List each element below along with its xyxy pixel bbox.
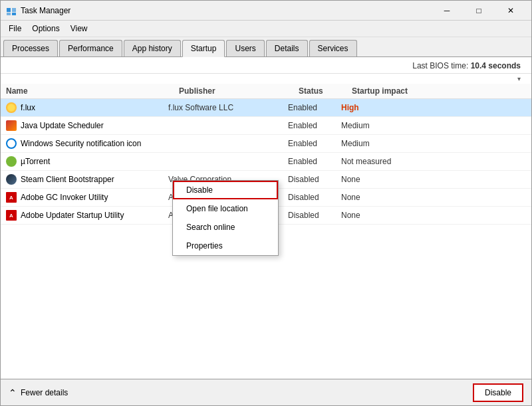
tab-performance[interactable]: Performance <box>59 40 122 56</box>
row-status-winsec: Enabled <box>288 139 341 148</box>
row-name-adobe-upd: A Adobe Updater Startup Utility <box>6 210 168 221</box>
steam-icon <box>6 174 17 185</box>
adobe-updater-icon: A <box>6 210 17 221</box>
row-name-utorrent: µTorrent <box>6 156 168 167</box>
svg-rect-3 <box>12 13 16 15</box>
tab-services[interactable]: Services <box>309 40 357 56</box>
status-disable-button[interactable]: Disable <box>473 383 523 402</box>
content-area: Last BIOS time: 10.4 seconds ▾ Name Publ… <box>1 57 531 379</box>
tab-startup[interactable]: Startup <box>182 40 225 57</box>
row-status-java: Enabled <box>288 121 341 130</box>
table-row[interactable]: Java Update Scheduler Enabled Medium <box>1 117 531 135</box>
table-row[interactable]: Windows Security notification icon Enabl… <box>1 135 531 153</box>
row-name-flux: f.lux <box>6 102 168 113</box>
task-manager-window: Task Manager ─ □ ✕ File Options View Pro… <box>0 0 532 406</box>
title-bar-text: Task Manager <box>21 6 432 15</box>
fewer-details-arrow: ⌃ <box>9 387 17 398</box>
java-icon <box>6 120 17 131</box>
row-name-java: Java Update Scheduler <box>6 120 168 131</box>
row-impact-utorrent: Not measured <box>341 157 526 166</box>
tab-app-history[interactable]: App history <box>124 40 181 56</box>
menu-view[interactable]: View <box>65 22 93 35</box>
row-impact-flux: High <box>341 103 526 112</box>
table-header: Name Publisher Status Startup impact <box>1 84 531 99</box>
sort-indicator: ▾ <box>1 74 531 84</box>
tab-processes[interactable]: Processes <box>3 40 58 56</box>
col-header-name[interactable]: Name <box>6 86 179 96</box>
context-menu: Disable Open file location Search online… <box>172 180 279 256</box>
tab-details[interactable]: Details <box>266 40 308 56</box>
row-name-steam: Steam Client Bootstrapper <box>6 174 168 185</box>
row-status-adobe-gc: Disabled <box>288 193 341 202</box>
close-button[interactable]: ✕ <box>495 1 526 21</box>
tab-users[interactable]: Users <box>226 40 264 56</box>
fewer-details-label: Fewer details <box>21 388 68 397</box>
row-impact-steam: None <box>341 175 526 184</box>
bios-time-bar: Last BIOS time: 10.4 seconds <box>1 57 531 74</box>
context-menu-search-online[interactable]: Search online <box>173 218 278 237</box>
app-icon <box>6 5 17 16</box>
col-header-publisher[interactable]: Publisher <box>179 86 299 96</box>
row-impact-java: Medium <box>341 121 526 130</box>
context-menu-open-location[interactable]: Open file location <box>173 199 278 218</box>
maximize-button[interactable]: □ <box>464 1 494 21</box>
svg-rect-2 <box>7 13 11 15</box>
table-row[interactable]: µTorrent Enabled Not measured <box>1 153 531 171</box>
row-impact-adobe-gc: None <box>341 193 526 202</box>
utorrent-icon <box>6 156 17 167</box>
tab-bar: Processes Performance App history Startu… <box>1 37 531 57</box>
bios-time-label: Last BIOS time: <box>412 61 468 70</box>
menu-options[interactable]: Options <box>27 22 65 35</box>
context-menu-disable[interactable]: Disable <box>173 181 278 199</box>
row-impact-winsec: Medium <box>341 139 526 148</box>
title-bar: Task Manager ─ □ ✕ <box>1 1 531 21</box>
row-status-flux: Enabled <box>288 103 341 112</box>
col-header-impact[interactable]: Startup impact <box>352 86 526 96</box>
row-name-winsec: Windows Security notification icon <box>6 138 168 149</box>
minimize-button[interactable]: ─ <box>432 1 462 21</box>
flux-icon <box>6 102 17 113</box>
context-menu-properties[interactable]: Properties <box>173 237 278 255</box>
table-row[interactable]: f.lux f.lux Software LLC Enabled High <box>1 99 531 117</box>
menu-bar: File Options View <box>1 21 531 37</box>
row-status-utorrent: Enabled <box>288 157 341 166</box>
menu-file[interactable]: File <box>3 22 27 35</box>
windows-security-icon <box>6 138 17 149</box>
svg-rect-1 <box>12 8 16 12</box>
adobe-gc-icon: A <box>6 192 17 203</box>
row-name-adobe-gc: A Adobe GC Invoker Utility <box>6 192 168 203</box>
svg-rect-0 <box>7 8 11 12</box>
row-publisher-flux: f.lux Software LLC <box>168 103 288 112</box>
fewer-details-button[interactable]: ⌃ Fewer details <box>9 387 68 398</box>
col-header-status[interactable]: Status <box>299 86 352 96</box>
bios-time-value: 10.4 seconds <box>471 61 521 70</box>
row-status-steam: Disabled <box>288 175 341 184</box>
window-controls: ─ □ ✕ <box>432 1 526 21</box>
status-bar: ⌃ Fewer details Disable <box>1 379 531 405</box>
row-status-adobe-upd: Disabled <box>288 211 341 220</box>
row-impact-adobe-upd: None <box>341 211 526 220</box>
